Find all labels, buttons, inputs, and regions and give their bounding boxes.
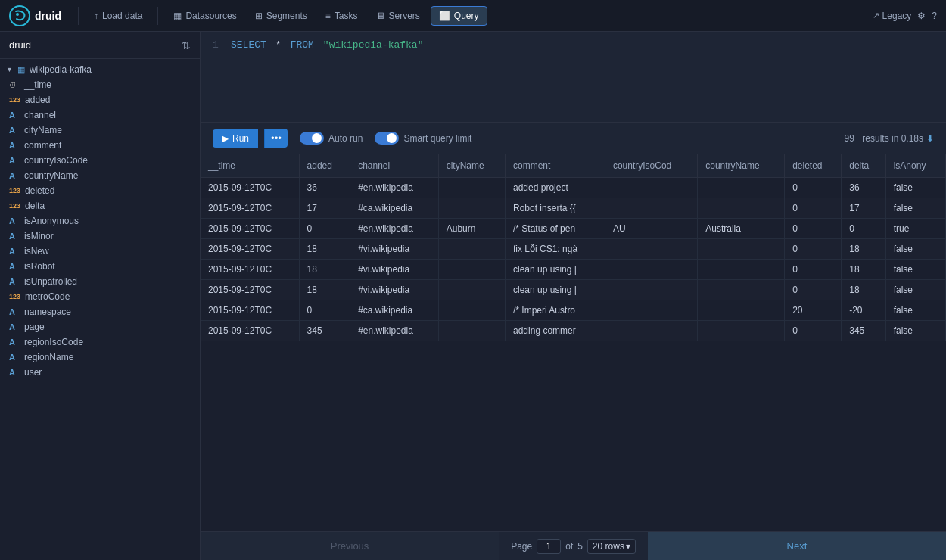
sidebar-item-comment[interactable]: Acomment bbox=[0, 138, 200, 153]
nav-segments[interactable]: ⊞ Segments bbox=[247, 7, 315, 25]
cell-cityName bbox=[438, 239, 505, 260]
cell-comment: added project bbox=[506, 178, 605, 198]
sidebar-item-label: isNew bbox=[24, 246, 49, 257]
ellipsis-icon: ••• bbox=[271, 132, 282, 144]
star: * bbox=[275, 39, 282, 51]
number-type-icon: 123 bbox=[9, 96, 20, 104]
cell-delta: 36 bbox=[842, 178, 885, 198]
cell-channel: #en.wikipedia bbox=[350, 178, 439, 198]
datasources-icon: ▦ bbox=[173, 11, 182, 21]
autorun-label: Auto run bbox=[328, 133, 363, 144]
help-button[interactable]: ? bbox=[932, 11, 937, 21]
sidebar-item-__time[interactable]: ⏱__time bbox=[0, 77, 200, 92]
sidebar-item-label: countryName bbox=[24, 170, 78, 181]
cell-channel: #en.wikipedia bbox=[350, 219, 439, 239]
play-icon: ▶ bbox=[222, 133, 229, 144]
more-options-button[interactable]: ••• bbox=[264, 129, 288, 148]
nav-tasks[interactable]: ≡ Tasks bbox=[318, 7, 366, 25]
col-header-added: added bbox=[299, 154, 350, 178]
query-line-1: 1 SELECT * FROM "wikipedia-kafka" bbox=[213, 39, 934, 51]
col-header-countryName: countryName bbox=[698, 154, 785, 178]
sidebar-item-countryName[interactable]: AcountryName bbox=[0, 168, 200, 183]
number-type-icon: 123 bbox=[9, 202, 20, 210]
app-name: druid bbox=[35, 10, 61, 22]
sidebar-item-datasource[interactable]: ▼ ▦ wikipedia-kafka bbox=[0, 62, 200, 77]
smart-query-toggle[interactable] bbox=[375, 132, 399, 145]
cell-cityName: Auburn bbox=[438, 219, 505, 239]
cell-cityName bbox=[438, 260, 505, 280]
cell-comment: Robot inserta {{ bbox=[506, 198, 605, 219]
next-button[interactable]: Next bbox=[648, 532, 946, 561]
nav-servers[interactable]: 🖥 Servers bbox=[369, 7, 428, 25]
sidebar-item-label: namespace bbox=[24, 306, 71, 317]
table-row: 2015-09-12T0C0#en.wikipediaAuburn/* Stat… bbox=[201, 219, 946, 239]
sidebar-item-regionIsoCode[interactable]: AregionIsoCode bbox=[0, 334, 200, 350]
sidebar-item-cityName[interactable]: AcityName bbox=[0, 123, 200, 138]
upload-icon: ↑ bbox=[94, 11, 98, 21]
sidebar-item-label: isRobot bbox=[24, 261, 55, 272]
page-label: Page bbox=[511, 541, 532, 552]
table-row: 2015-09-12T0C18#vi.wikipediaclean up usi… bbox=[201, 260, 946, 280]
sidebar-item-namespace[interactable]: Anamespace bbox=[0, 304, 200, 319]
sidebar-item-metroCode[interactable]: 123metroCode bbox=[0, 289, 200, 304]
previous-button[interactable]: Previous bbox=[201, 532, 499, 561]
sidebar-item-added[interactable]: 123added bbox=[0, 92, 200, 107]
cell-__time: 2015-09-12T0C bbox=[201, 260, 299, 280]
settings-button[interactable]: ⚙ bbox=[917, 11, 926, 21]
main-layout: druid ⇅ ▼ ▦ wikipedia-kafka ⏱__time123ad… bbox=[0, 32, 946, 560]
sidebar-item-deleted[interactable]: 123deleted bbox=[0, 183, 200, 198]
chevron-down-icon: ▾ bbox=[626, 541, 630, 552]
cell-delta: 17 bbox=[842, 198, 885, 219]
autorun-toggle[interactable] bbox=[300, 132, 324, 145]
sidebar-item-isRobot[interactable]: AisRobot bbox=[0, 259, 200, 274]
sidebar-item-isAnonymous[interactable]: AisAnonymous bbox=[0, 213, 200, 229]
sidebar-item-regionName[interactable]: AregionName bbox=[0, 350, 200, 365]
cell-comment: fix Lỗi CS1: ngà bbox=[506, 239, 605, 260]
sidebar-item-label: isAnonymous bbox=[24, 216, 79, 226]
nav-load-data[interactable]: ↑ Load data bbox=[86, 7, 150, 25]
sidebar-item-countryIsoCode[interactable]: AcountryIsoCode bbox=[0, 153, 200, 168]
table-row: 2015-09-12T0C36#en.wikipediaadded projec… bbox=[201, 178, 946, 198]
sidebar-item-isUnpatrolled[interactable]: AisUnpatrolled bbox=[0, 274, 200, 289]
download-icon[interactable]: ⬇ bbox=[926, 133, 934, 144]
col-header-cityName: cityName bbox=[438, 154, 505, 178]
legacy-button[interactable]: ↗ Legacy bbox=[873, 11, 912, 21]
nav-datasources[interactable]: ▦ Datasources bbox=[166, 7, 244, 25]
cell-deleted: 0 bbox=[785, 239, 842, 260]
sidebar-item-page[interactable]: Apage bbox=[0, 319, 200, 334]
sidebar-item-isMinor[interactable]: AisMinor bbox=[0, 229, 200, 244]
cell-__time: 2015-09-12T0C bbox=[201, 198, 299, 219]
druid-logo-icon bbox=[9, 5, 30, 26]
cell-channel: #ca.wikipedia bbox=[350, 300, 439, 321]
cell-countryIsoCod bbox=[605, 300, 697, 321]
sidebar-item-isNew[interactable]: AisNew bbox=[0, 244, 200, 259]
cell-deleted: 20 bbox=[785, 300, 842, 321]
nav-query[interactable]: ⬜ Query bbox=[431, 6, 487, 26]
string-type-icon: A bbox=[9, 247, 20, 256]
total-pages: 5 bbox=[577, 541, 583, 552]
nav-divider-1 bbox=[78, 7, 79, 25]
sidebar-item-label: __time bbox=[24, 79, 51, 90]
results-table-container: __timeaddedchannelcityNamecommentcountry… bbox=[201, 154, 946, 531]
cell-countryName bbox=[698, 178, 785, 198]
rows-per-page-select[interactable]: 20 rows ▾ bbox=[587, 539, 636, 554]
sort-icon[interactable]: ⇅ bbox=[182, 39, 191, 51]
sidebar-item-delta[interactable]: 123delta bbox=[0, 198, 200, 213]
sidebar-item-label: channel bbox=[24, 110, 56, 120]
cell-added: 0 bbox=[299, 219, 350, 239]
cell-comment: /* Imperi Austro bbox=[506, 300, 605, 321]
page-number-input[interactable]: 1 bbox=[537, 539, 561, 554]
tasks-icon: ≡ bbox=[325, 11, 331, 21]
cell-__time: 2015-09-12T0C bbox=[201, 280, 299, 300]
run-button[interactable]: ▶ Run bbox=[213, 129, 258, 148]
sidebar-item-user[interactable]: Auser bbox=[0, 365, 200, 380]
sidebar: druid ⇅ ▼ ▦ wikipedia-kafka ⏱__time123ad… bbox=[0, 32, 201, 560]
top-nav: druid ↑ Load data ▦ Datasources ⊞ Segmen… bbox=[0, 0, 946, 32]
col-header-comment: comment bbox=[506, 154, 605, 178]
sidebar-item-channel[interactable]: Achannel bbox=[0, 107, 200, 123]
cell-channel: #en.wikipedia bbox=[350, 321, 439, 341]
cell-added: 18 bbox=[299, 239, 350, 260]
results-info: 99+ results in 0.18s ⬇ bbox=[845, 133, 934, 144]
query-editor[interactable]: 1 SELECT * FROM "wikipedia-kafka" bbox=[201, 32, 946, 123]
cell-countryIsoCod bbox=[605, 280, 697, 300]
